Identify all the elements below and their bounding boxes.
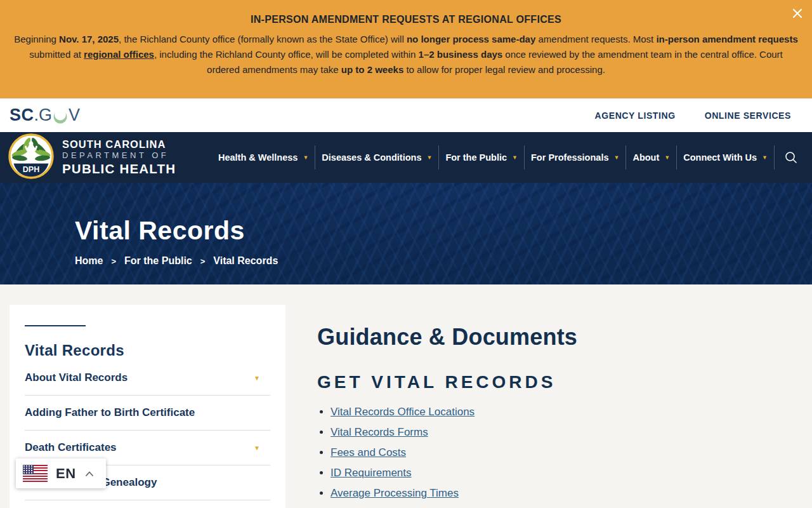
- alert-text: to allow for proper legal review and pro…: [403, 64, 605, 75]
- chevron-down-icon: ▼: [512, 154, 518, 161]
- nav-item-health-wellness[interactable]: Health & Wellness▼: [212, 145, 315, 170]
- alert-text: submitted at: [29, 49, 84, 60]
- nav-item-label: Health & Wellness: [218, 152, 298, 163]
- breadcrumb-separator: >: [200, 257, 206, 266]
- breadcrumb-vital-records: Vital Records: [213, 255, 278, 267]
- dph-logo[interactable]: DPH: [8, 133, 54, 182]
- chevron-down-icon: ▼: [303, 154, 308, 161]
- list-item: Fees and Costs: [331, 446, 761, 459]
- crescent-moon-icon: [53, 109, 68, 125]
- sidebar-item-label: About Vital Records: [25, 371, 128, 384]
- chevron-down-icon: ▼: [254, 375, 260, 382]
- sidebar-item-label: Death Certificates: [25, 441, 117, 454]
- alert-text: in-person amendment requests: [656, 34, 797, 44]
- search-icon[interactable]: [774, 145, 801, 170]
- list-item: Vital Records Forms: [331, 425, 761, 439]
- alert-text: Nov. 17, 2025: [59, 34, 119, 44]
- sidebar-item-adding-father-to-birth-certificate[interactable]: Adding Father to Birth Certificate: [25, 396, 270, 431]
- id-requirements-link[interactable]: ID Requirements: [331, 467, 412, 479]
- utility-links: AGENCY LISTING ONLINE SERVICES: [595, 110, 791, 121]
- content-area: Vital Records About Vital Records▼Adding…: [0, 284, 812, 508]
- sidebar-item-about-vital-records[interactable]: About Vital Records▼: [25, 361, 270, 396]
- nav-item-label: Diseases & Conditions: [322, 152, 421, 163]
- breadcrumb-for-the-public[interactable]: For the Public: [124, 255, 192, 267]
- scgov-logo-text: SC: [10, 105, 34, 125]
- nav-item-label: For Professionals: [531, 152, 608, 163]
- online-services-link[interactable]: ONLINE SERVICES: [705, 110, 791, 121]
- nav-item-label: Connect With Us: [683, 152, 757, 163]
- regional-offices-link[interactable]: regional offices: [84, 49, 154, 60]
- page-title: Vital Records: [75, 183, 812, 246]
- sidebar-heading: Vital Records: [25, 342, 270, 359]
- alert-title: IN-PERSON AMENDMENT REQUESTS AT REGIONAL…: [0, 14, 812, 25]
- average-processing-times-link[interactable]: Average Processing Times: [331, 487, 459, 499]
- nav-menu: Health & Wellness▼Diseases & Conditions▼…: [212, 145, 774, 170]
- list-item: Vital Records Office Locations: [331, 405, 761, 418]
- alert-text: up to 2 weeks: [341, 64, 403, 75]
- nav-item-for-professionals[interactable]: For Professionals▼: [524, 145, 625, 170]
- sidebar-item-label: Adding Father to Birth Certificate: [25, 406, 195, 419]
- close-icon[interactable]: [791, 7, 804, 20]
- alert-text: no longer process same-day: [407, 34, 535, 44]
- svg-text:DPH: DPH: [23, 165, 39, 174]
- us-flag-icon: [23, 465, 48, 482]
- alert-text: 1–2 business days: [419, 49, 503, 60]
- language-code: EN: [56, 465, 76, 482]
- vital-records-office-locations-link[interactable]: Vital Records Office Locations: [331, 406, 475, 418]
- chevron-down-icon: ▼: [664, 154, 670, 161]
- language-switcher[interactable]: EN: [16, 458, 106, 488]
- subsection-title: GET VITAL RECORDS: [317, 372, 761, 392]
- alert-banner: IN-PERSON AMENDMENT REQUESTS AT REGIONAL…: [0, 0, 812, 98]
- agency-listing-link[interactable]: AGENCY LISTING: [595, 110, 676, 121]
- alert-text: Beginning: [14, 34, 59, 44]
- sidebar-item-divorce-reports[interactable]: Divorce Reports: [25, 500, 270, 508]
- nav-item-about[interactable]: About▼: [625, 145, 676, 170]
- section-title: Guidance & Documents: [317, 324, 761, 351]
- breadcrumb: Home>For the Public>Vital Records: [75, 255, 812, 267]
- sidebar-rule: [25, 325, 86, 326]
- chevron-down-icon: ▼: [613, 154, 619, 161]
- main-content: Guidance & Documents GET VITAL RECORDS V…: [317, 284, 761, 508]
- hero-banner: Vital Records Home>For the Public>Vital …: [0, 183, 812, 284]
- fees-and-costs-link[interactable]: Fees and Costs: [331, 446, 406, 458]
- agency-name-line1: SOUTH CAROLINA: [62, 138, 176, 150]
- chevron-down-icon: ▼: [426, 154, 432, 161]
- alert-text: , including the Richland County office, …: [154, 49, 419, 60]
- main-nav: DPH SOUTH CAROLINA DEPARTMENT OF PUBLIC …: [0, 132, 812, 183]
- chevron-up-icon: [84, 470, 95, 478]
- nav-item-diseases-conditions[interactable]: Diseases & Conditions▼: [315, 145, 438, 170]
- agency-name-line2: DEPARTMENT OF: [62, 151, 176, 161]
- list-item: ID Requirements: [331, 466, 761, 479]
- alert-text: amendment requests. Most: [535, 34, 656, 44]
- utility-bar: SC.GV AGENCY LISTING ONLINE SERVICES: [0, 98, 812, 132]
- breadcrumb-separator: >: [111, 257, 116, 266]
- nav-item-connect-with-us[interactable]: Connect With Us▼: [676, 145, 774, 170]
- nav-item-label: For the Public: [445, 152, 507, 163]
- document-links: Vital Records Office LocationsVital Reco…: [317, 405, 761, 508]
- alert-message: Beginning Nov. 17, 2025, the Richland Co…: [14, 32, 798, 77]
- chevron-down-icon: ▼: [254, 444, 260, 451]
- agency-name: SOUTH CAROLINA DEPARTMENT OF PUBLIC HEAL…: [62, 138, 176, 177]
- nav-item-label: About: [632, 152, 659, 163]
- list-item: Average Processing Times: [331, 486, 761, 500]
- scgov-logo[interactable]: SC.GV: [10, 105, 80, 125]
- alert-text: , the Richland County office (formally k…: [119, 34, 407, 44]
- agency-name-line3: PUBLIC HEALTH: [62, 162, 176, 177]
- nav-item-for-the-public[interactable]: For the Public▼: [438, 145, 524, 170]
- chevron-down-icon: ▼: [762, 154, 768, 161]
- vital-records-forms-link[interactable]: Vital Records Forms: [331, 426, 428, 438]
- breadcrumb-home[interactable]: Home: [75, 255, 103, 267]
